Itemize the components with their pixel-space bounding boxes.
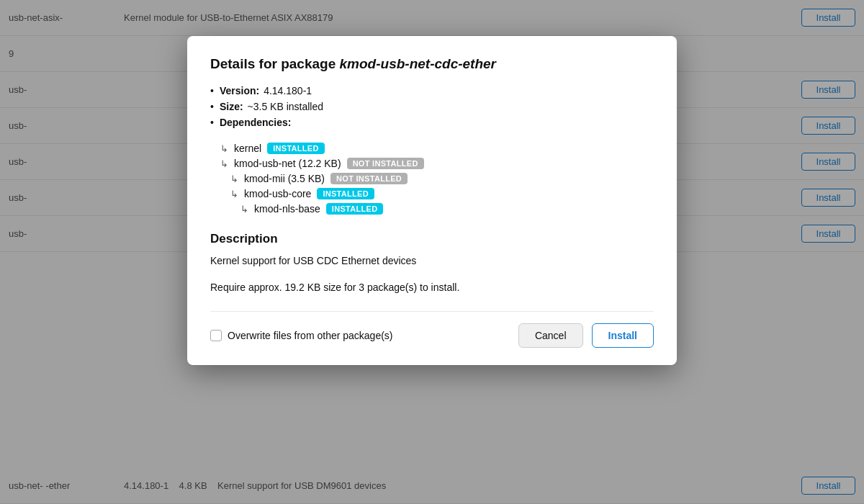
bullet-version: •	[210, 85, 214, 96]
package-details-dialog: Details for package kmod-usb-net-cdc-eth…	[187, 36, 677, 365]
modal-overlay: Details for package kmod-usb-net-cdc-eth…	[0, 0, 864, 504]
overwrite-checkbox[interactable]	[210, 330, 222, 341]
version-label: Version:	[220, 85, 259, 96]
size-value: ~3.5 KB installed	[248, 101, 323, 112]
dep-arrow-mii: ↳	[230, 174, 238, 184]
badge-usb-core: INSTALLED	[317, 188, 374, 199]
dep-row-usb-net: ↳ kmod-usb-net (12.2 KB) NOT INSTALLED	[220, 158, 654, 169]
size-label: Size:	[220, 101, 243, 112]
deps-label: Dependencies:	[220, 117, 292, 128]
overwrite-label[interactable]: Overwrite files from other package(s)	[210, 330, 393, 341]
package-info-list: • Version: 4.14.180-1 • Size: ~3.5 KB in…	[210, 85, 654, 128]
badge-nls-base: INSTALLED	[326, 203, 384, 215]
badge-usb-net: NOT INSTALLED	[347, 158, 424, 169]
dep-row-mii: ↳ kmod-mii (3.5 KB) NOT INSTALLED	[230, 173, 654, 184]
footer-buttons: Cancel Install	[518, 323, 654, 348]
description-text: Kernel support for USB CDC Ethernet devi…	[210, 253, 654, 269]
badge-kernel: INSTALLED	[267, 143, 325, 154]
deps-item: • Dependencies:	[210, 117, 654, 128]
dep-arrow-nls-base: ↳	[240, 204, 248, 215]
dep-name-nls-base: kmod-nls-base	[254, 203, 320, 215]
cancel-button[interactable]: Cancel	[518, 323, 583, 348]
require-text: Require approx. 19.2 KB size for 3 packa…	[210, 280, 654, 295]
dialog-footer: Overwrite files from other package(s) Ca…	[210, 311, 654, 348]
size-item: • Size: ~3.5 KB installed	[210, 101, 654, 112]
dep-row-usb-core: ↳ kmod-usb-core INSTALLED	[230, 188, 654, 199]
version-item: • Version: 4.14.180-1	[210, 85, 654, 96]
bullet-deps: •	[210, 117, 214, 128]
dep-arrow-usb-net: ↳	[220, 158, 228, 169]
dependencies-section: ↳ kernel INSTALLED ↳ kmod-usb-net (12.2 …	[210, 143, 654, 215]
dep-row-kernel: ↳ kernel INSTALLED	[220, 143, 654, 154]
dep-arrow-kernel: ↳	[220, 143, 228, 154]
description-title: Description	[210, 232, 654, 246]
version-value: 4.14.180-1	[264, 85, 312, 96]
install-button[interactable]: Install	[592, 323, 654, 348]
bullet-size: •	[210, 101, 214, 112]
dep-arrow-usb-core: ↳	[230, 189, 238, 199]
dialog-title-prefix: Details for package	[210, 56, 340, 71]
dep-row-nls-base: ↳ kmod-nls-base INSTALLED	[240, 203, 654, 215]
badge-mii: NOT INSTALLED	[330, 173, 408, 184]
dep-name-kernel: kernel	[234, 143, 261, 154]
dialog-title: Details for package kmod-usb-net-cdc-eth…	[210, 56, 654, 72]
dep-name-usb-net: kmod-usb-net (12.2 KB)	[234, 158, 341, 169]
overwrite-label-text: Overwrite files from other package(s)	[228, 330, 393, 341]
dialog-title-package: kmod-usb-net-cdc-ether	[340, 56, 496, 71]
dep-name-usb-core: kmod-usb-core	[244, 188, 311, 199]
dep-name-mii: kmod-mii (3.5 KB)	[244, 173, 325, 184]
